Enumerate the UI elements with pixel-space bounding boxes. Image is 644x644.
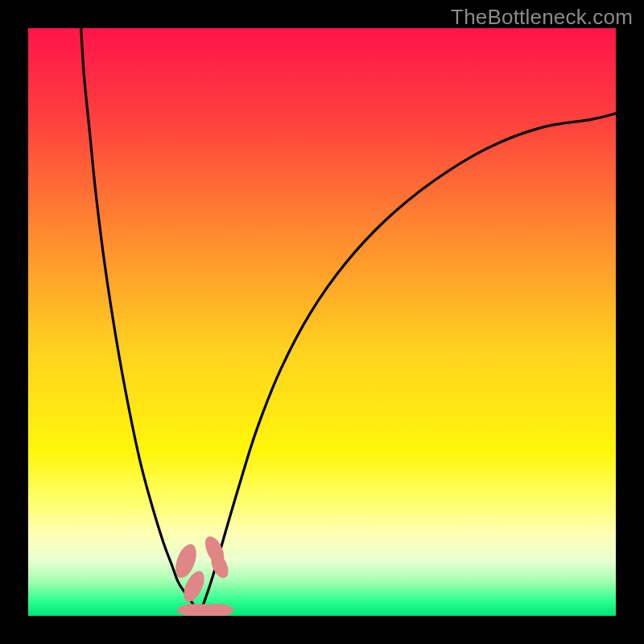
chart-frame: TheBottleneck.com [0, 0, 644, 644]
bottleneck-curves [28, 28, 616, 616]
left-curve [81, 28, 199, 616]
watermark-text: TheBottleneck.com [451, 5, 633, 30]
marker-blob-5 [201, 604, 234, 616]
plot-area [28, 28, 616, 616]
right-curve [199, 114, 616, 616]
